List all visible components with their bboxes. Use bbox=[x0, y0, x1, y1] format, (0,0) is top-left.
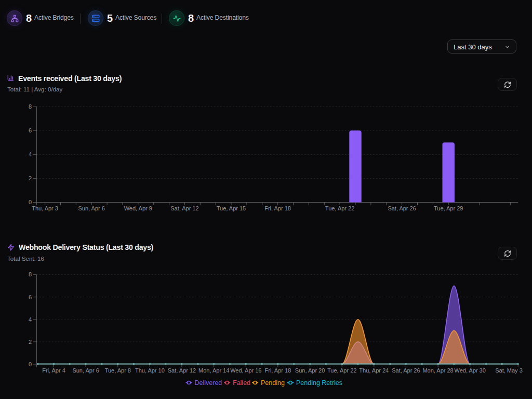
svg-text:Sat, Apr 26: Sat, Apr 26 bbox=[388, 205, 416, 211]
svg-text:Fri, Apr 4: Fri, Apr 4 bbox=[42, 367, 65, 374]
svg-text:Mon, Apr 28: Mon, Apr 28 bbox=[422, 367, 453, 374]
svg-text:Tue, Apr 22: Tue, Apr 22 bbox=[325, 205, 354, 211]
svg-text:Pending Retries: Pending Retries bbox=[296, 379, 342, 387]
svg-text:4: 4 bbox=[29, 316, 32, 323]
svg-text:8: 8 bbox=[29, 103, 32, 110]
svg-text:6: 6 bbox=[29, 127, 32, 134]
svg-text:Fri, Apr 18: Fri, Apr 18 bbox=[264, 205, 291, 211]
svg-text:0: 0 bbox=[29, 361, 32, 367]
svg-text:Sat, May 3: Sat, May 3 bbox=[495, 367, 523, 374]
svg-text:Sat, Apr 12: Sat, Apr 12 bbox=[168, 367, 196, 374]
svg-text:6: 6 bbox=[29, 294, 32, 300]
svg-text:Tue, Apr 22: Tue, Apr 22 bbox=[327, 367, 356, 374]
svg-text:Thu, Apr 3: Thu, Apr 3 bbox=[32, 205, 58, 211]
svg-text:Fri, Apr 18: Fri, Apr 18 bbox=[265, 367, 291, 374]
svg-text:0: 0 bbox=[29, 199, 32, 205]
svg-text:Tue, Apr 29: Tue, Apr 29 bbox=[434, 205, 463, 211]
svg-text:Sat, Apr 26: Sat, Apr 26 bbox=[392, 367, 420, 374]
svg-text:Wed, Apr 16: Wed, Apr 16 bbox=[230, 367, 261, 374]
svg-text:Tue, Apr 15: Tue, Apr 15 bbox=[217, 205, 246, 211]
svg-text:Thu, Apr 24: Thu, Apr 24 bbox=[359, 367, 389, 374]
svg-text:Mon, Apr 14: Mon, Apr 14 bbox=[198, 367, 229, 374]
svg-text:Wed, Apr 9: Wed, Apr 9 bbox=[124, 205, 152, 211]
svg-text:4: 4 bbox=[29, 151, 32, 157]
svg-text:Sat, Apr 12: Sat, Apr 12 bbox=[170, 205, 198, 211]
svg-text:Sun, Apr 6: Sun, Apr 6 bbox=[78, 205, 105, 211]
svg-text:Pending: Pending bbox=[261, 379, 285, 387]
svg-text:Thu, Apr 10: Thu, Apr 10 bbox=[135, 367, 165, 374]
svg-text:Wed, Apr 30: Wed, Apr 30 bbox=[455, 367, 486, 374]
svg-text:Sun, Apr 20: Sun, Apr 20 bbox=[295, 367, 325, 374]
svg-text:Tue, Apr 8: Tue, Apr 8 bbox=[105, 367, 131, 374]
svg-text:Sun, Apr 6: Sun, Apr 6 bbox=[72, 367, 99, 374]
svg-text:2: 2 bbox=[29, 339, 32, 345]
svg-text:Failed: Failed bbox=[233, 379, 250, 387]
svg-text:8: 8 bbox=[29, 271, 32, 277]
svg-text:Delivered: Delivered bbox=[195, 379, 222, 387]
svg-text:2: 2 bbox=[29, 175, 32, 181]
